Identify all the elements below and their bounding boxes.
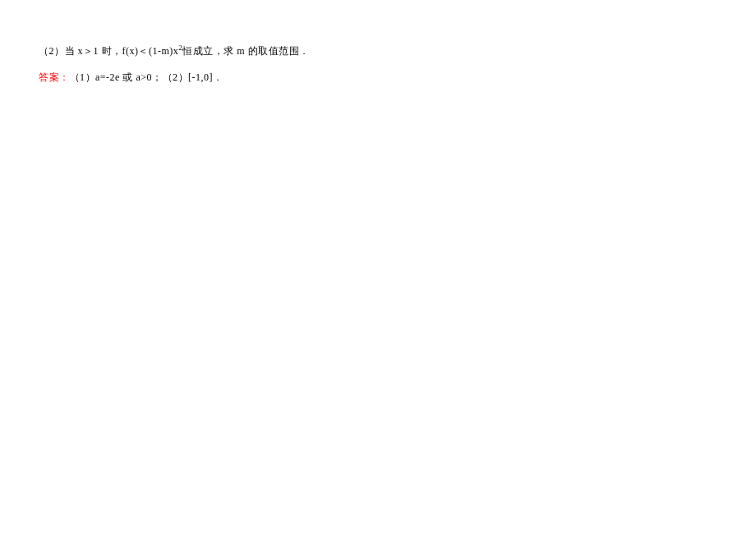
problem-text-prefix: （2）当 x＞1 时，f(x)＜(1-m)x — [39, 45, 178, 57]
answer-label: 答案： — [39, 71, 70, 83]
problem-part-2: （2）当 x＞1 时，f(x)＜(1-m)x2恒成立，求 m 的取值范围． — [39, 44, 717, 59]
answer-line: 答案：（1）a=-2e 或 a>0；（2）[-1,0]． — [39, 70, 717, 85]
document-page: （2）当 x＞1 时，f(x)＜(1-m)x2恒成立，求 m 的取值范围． 答案… — [0, 0, 756, 85]
problem-text-suffix: 恒成立，求 m 的取值范围． — [182, 45, 309, 57]
answer-content: （1）a=-2e 或 a>0；（2）[-1,0]． — [70, 71, 224, 83]
